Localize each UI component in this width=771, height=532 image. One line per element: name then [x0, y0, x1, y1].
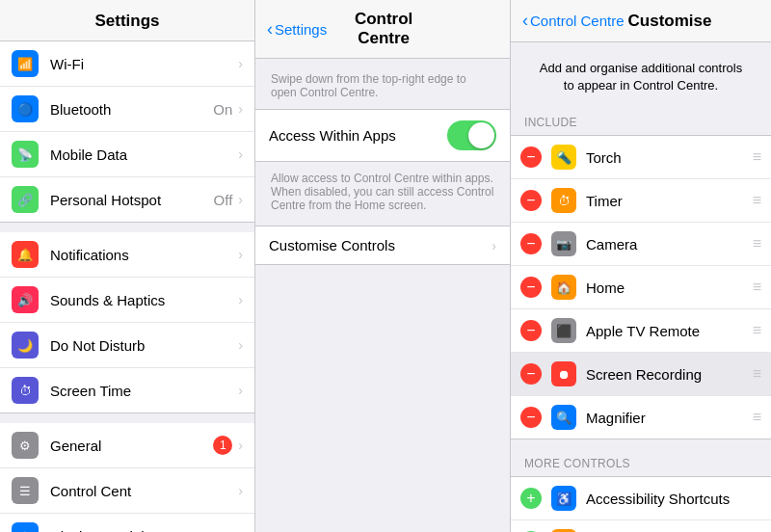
customise-chevron: ›	[492, 238, 496, 253]
include-section-label: INCLUDE	[511, 108, 771, 135]
left-title: Settings	[94, 12, 159, 30]
timer-drag-handle[interactable]: ≡	[753, 192, 761, 209]
screentime-label: Screen Time	[50, 383, 238, 399]
customise-controls-label: Customise Controls	[269, 237, 492, 253]
access-within-apps-label: Access Within Apps	[269, 127, 447, 144]
bluetooth-label: Bluetooth	[50, 101, 213, 118]
remove-btn-timer[interactable]: −	[520, 190, 542, 211]
settings-item-sounds[interactable]: 🔊Sounds & Haptics›	[0, 278, 254, 323]
settings-item-wifi[interactable]: 📶Wi-Fi›	[0, 41, 254, 87]
settings-item-screentime[interactable]: ⏱Screen Time›	[0, 368, 254, 412]
display-chevron: ›	[238, 528, 243, 532]
screentime-icon: ⏱	[12, 377, 39, 404]
include-row-screenrecording[interactable]: −⏺Screen Recording≡	[511, 353, 771, 396]
controlcent-label: Control Cent	[50, 483, 238, 499]
remove-btn-camera[interactable]: −	[520, 233, 542, 254]
access-hint: Allow access to Control Centre within ap…	[255, 172, 510, 226]
include-section: −🔦Torch≡−⏱Timer≡−📷Camera≡−🏠Home≡−⬛Apple …	[511, 135, 771, 439]
right-title: Customise	[628, 12, 712, 31]
more-row-alarm[interactable]: +⏰Alarm	[511, 520, 771, 532]
timer-label: Timer	[586, 193, 747, 209]
display-label: Display & Brightness	[50, 528, 238, 533]
screenrecording-drag-handle[interactable]: ≡	[753, 365, 761, 383]
access-within-apps-row[interactable]: Access Within Apps	[255, 110, 510, 161]
hotspot-icon: 🔗	[12, 186, 39, 213]
middle-hint: Swipe down from the top-right edge to op…	[255, 59, 510, 109]
hotspot-chevron: ›	[238, 192, 243, 207]
left-header: Settings	[0, 0, 254, 41]
middle-back-label: Settings	[275, 21, 327, 38]
customise-controls-row[interactable]: Customise Controls ›	[255, 226, 510, 264]
wifi-chevron: ›	[238, 56, 243, 71]
remove-btn-screenrecording[interactable]: −	[520, 363, 542, 385]
controlcent-chevron: ›	[238, 483, 243, 498]
appletv-icon: ⬛	[551, 318, 576, 343]
remove-btn-torch[interactable]: −	[520, 146, 542, 168]
access-within-apps-section: Access Within Apps	[255, 109, 510, 162]
wifi-icon: 📶	[12, 50, 39, 77]
bluetooth-icon: 🔵	[12, 95, 39, 122]
appletv-label: Apple TV Remote	[586, 323, 747, 339]
back-icon: ‹	[267, 19, 273, 40]
magnifier-drag-handle[interactable]: ≡	[753, 409, 761, 426]
right-nav-header: ‹ Control Centre Customise	[511, 0, 771, 42]
middle-panel: ‹ Settings Control Centre Swipe down fro…	[255, 0, 511, 532]
middle-back-button[interactable]: ‹ Settings	[267, 19, 327, 40]
camera-icon: 📷	[551, 231, 576, 256]
settings-item-display[interactable]: ☀Display & Brightness›	[0, 514, 254, 532]
include-row-torch[interactable]: −🔦Torch≡	[511, 136, 771, 179]
general-icon: ⚙	[12, 432, 39, 459]
include-row-appletv[interactable]: −⬛Apple TV Remote≡	[511, 309, 771, 353]
settings-item-notifications[interactable]: 🔔Notifications›	[0, 232, 254, 278]
camera-label: Camera	[586, 236, 747, 253]
notifications-icon: 🔔	[12, 241, 39, 268]
torch-icon: 🔦	[551, 145, 576, 170]
general-chevron: ›	[238, 438, 243, 453]
settings-item-general[interactable]: ⚙General1›	[0, 423, 254, 468]
include-row-magnifier[interactable]: −🔍Magnifier≡	[511, 396, 771, 439]
settings-item-mobiledata[interactable]: 📡Mobile Data›	[0, 132, 254, 177]
settings-item-hotspot[interactable]: 🔗Personal HotspotOff›	[0, 177, 254, 222]
more-row-accessibility[interactable]: +♿Accessibility Shortcuts	[511, 477, 771, 520]
bluetooth-chevron: ›	[238, 101, 243, 117]
include-row-camera[interactable]: −📷Camera≡	[511, 223, 771, 266]
left-panel: Settings 📶Wi-Fi›🔵BluetoothOn›📡Mobile Dat…	[0, 0, 255, 532]
dnd-chevron: ›	[238, 337, 243, 353]
home-drag-handle[interactable]: ≡	[753, 279, 761, 296]
wifi-label: Wi-Fi	[50, 56, 238, 72]
controlcent-icon: ☰	[12, 477, 39, 504]
more-section: +♿Accessibility Shortcuts+⏰Alarm+🚗Do Not…	[511, 476, 771, 532]
settings-item-bluetooth[interactable]: 🔵BluetoothOn›	[0, 87, 254, 132]
torch-drag-handle[interactable]: ≡	[753, 148, 761, 166]
right-content: Add and organise additional controls to …	[511, 42, 771, 532]
screentime-chevron: ›	[238, 383, 243, 398]
general-label: General	[50, 438, 213, 454]
notifications-label: Notifications	[50, 247, 238, 263]
mobiledata-chevron: ›	[238, 146, 243, 162]
sounds-chevron: ›	[238, 292, 243, 307]
camera-drag-handle[interactable]: ≡	[753, 235, 761, 253]
remove-btn-appletv[interactable]: −	[520, 320, 542, 341]
dnd-label: Do Not Disturb	[50, 337, 238, 354]
hotspot-value: Off	[214, 192, 233, 208]
hotspot-label: Personal Hotspot	[50, 192, 214, 208]
right-back-button[interactable]: ‹ Control Centre	[522, 11, 625, 31]
add-btn-accessibility[interactable]: +	[520, 488, 542, 509]
include-row-home[interactable]: −🏠Home≡	[511, 266, 771, 309]
sounds-icon: 🔊	[12, 286, 39, 313]
dnd-icon: 🌙	[12, 332, 39, 359]
right-panel: ‹ Control Centre Customise Add and organ…	[511, 0, 771, 532]
bluetooth-value: On	[213, 101, 232, 118]
more-controls-label: MORE CONTROLS	[511, 449, 771, 476]
home-label: Home	[586, 279, 747, 296]
middle-title: Control Centre	[327, 10, 440, 48]
notifications-chevron: ›	[238, 247, 243, 262]
remove-btn-magnifier[interactable]: −	[520, 407, 542, 428]
remove-btn-home[interactable]: −	[520, 277, 542, 298]
mobiledata-label: Mobile Data	[50, 146, 238, 163]
settings-item-dnd[interactable]: 🌙Do Not Disturb›	[0, 323, 254, 368]
include-row-timer[interactable]: −⏱Timer≡	[511, 179, 771, 223]
settings-item-controlcent[interactable]: ☰Control Cent›	[0, 468, 254, 514]
access-within-apps-toggle[interactable]	[447, 120, 496, 150]
appletv-drag-handle[interactable]: ≡	[753, 322, 761, 339]
